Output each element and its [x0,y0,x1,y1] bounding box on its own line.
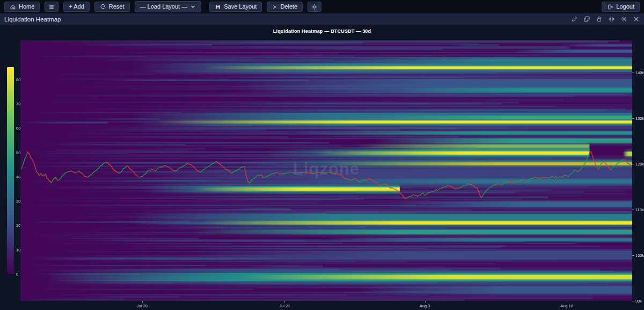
edit-icon[interactable] [571,16,578,23]
colorbar-tick-label: 20 [16,223,20,228]
y-axis-label: 100k [635,253,644,258]
x-axis-tick [142,301,143,302]
load-layout-select[interactable]: — Load Layout — [135,1,202,12]
home-icon [10,4,16,10]
sun-icon [311,4,318,10]
close-icon[interactable] [633,16,640,23]
chevron-down-icon [190,4,196,10]
reset-button[interactable]: Reset [94,2,130,12]
save-layout-label: Save Layout [224,2,257,12]
save-icon [215,4,221,10]
y-axis-tick [632,118,634,119]
chart-panel: Liquidation Heatmap — BTCUSDT — 30d Liqz… [0,25,644,310]
y-axis-label: 110k [635,207,644,212]
load-layout-label: — Load Layout — [140,2,188,12]
x-axis-tick [284,301,285,302]
top-toolbar: Home + Add Reset — Load Layout — S [0,0,644,13]
colorbar-tick-label: 40 [16,174,20,179]
hamburger-icon [48,4,55,10]
delete-button-label: Delete [280,2,297,12]
y-axis-tick [632,210,634,210]
reset-button-label: Reset [109,2,125,12]
y-axis-label: 130k [635,116,644,121]
home-button-label: Home [19,2,34,12]
add-button[interactable]: + Add [63,2,89,12]
copy-icon[interactable] [583,16,590,23]
x-axis-tick [425,301,426,302]
settings-gear-icon[interactable] [620,16,627,23]
logout-button-label: Logout [616,2,634,12]
fit-to-screen-icon[interactable] [608,16,615,23]
theme-toggle-button[interactable] [308,2,321,12]
price-line-overlay [20,40,632,301]
x-axis-label: Jul 27 [279,304,290,308]
save-layout-button[interactable]: Save Layout [209,2,262,12]
chart-title: Liquidation Heatmap — BTCUSDT — 30d [0,28,644,34]
logout-icon [607,4,613,10]
y-axis-tick [632,301,634,301]
lock-icon[interactable] [596,16,603,23]
y-axis-label: 120k [635,162,644,167]
y-axis-tick [632,255,634,256]
add-button-label: + Add [69,2,84,12]
colorbar-tick-label: 70 [16,101,20,106]
x-axis-label: Aug 3 [420,304,430,308]
reset-icon [100,4,106,10]
colorbar-tick-label: 80 [16,77,20,82]
colorbar-tick-label: 30 [16,199,20,204]
x-icon [272,4,277,10]
panel-title: Liquidation Heatmap [4,16,61,23]
app-root: Home + Add Reset — Load Layout — S [0,0,644,310]
y-axis-tick [632,164,634,164]
colorbar-tick-label: 60 [16,126,20,131]
logout-button[interactable]: Logout [602,2,640,12]
menu-button[interactable] [45,2,58,12]
x-axis-label: Jul 20 [137,304,148,308]
y-axis-label: 90k [635,299,642,304]
y-axis-label: 140k [635,70,644,75]
x-axis-label: Aug 10 [560,304,573,308]
panel-header-actions [571,16,640,23]
x-axis-tick [567,301,567,302]
home-button[interactable]: Home [4,2,40,12]
y-axis-tick [632,73,634,73]
panel-header: Liquidation Heatmap [0,13,644,25]
colorbar-tick-label: 50 [16,150,20,155]
colorbar-tick-label: 10 [16,247,20,252]
colorbar [7,67,14,274]
delete-button[interactable]: Delete [267,2,303,12]
colorbar-tick-label: 0 [16,272,18,277]
